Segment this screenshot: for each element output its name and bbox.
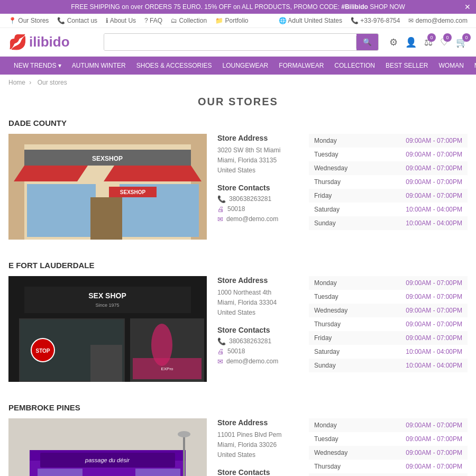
schedule-dade-county: Monday 09:00AM - 07:00PM Tuesday 09:00AM… xyxy=(309,134,468,240)
store-image-placeholder-3: passage du désir xyxy=(8,418,207,476)
phone-number: 📞 +33-976-8754 xyxy=(351,17,400,24)
breadcrumb-current: Our stores xyxy=(38,79,67,86)
svg-marker-3 xyxy=(14,166,88,181)
contacts-label-1: Store Contacts xyxy=(217,184,298,192)
store-section-e-fort-lauderdale: E FORT LAUDERDALE SEX SHOP Since 1975 xyxy=(8,261,468,382)
our-stores-link[interactable]: 📍 Our Stores xyxy=(8,17,49,24)
email-address: ✉ demo@demo.com xyxy=(408,17,468,24)
cart-icon[interactable]: 🛒 0 xyxy=(456,36,468,48)
address-lines-3: 11001 Pines Blvd Pem Miami, Florida 3302… xyxy=(217,430,298,461)
svg-rect-25 xyxy=(90,345,122,382)
top-bar: 📍 Our Stores 📞 Contact us ℹ About Us ? F… xyxy=(0,14,476,28)
top-bar-left: 📍 Our Stores 📞 Contact us ℹ About Us ? F… xyxy=(8,17,249,24)
top-banner: FREE SHIPPING on over ORDERS 75 EURO. 15… xyxy=(0,0,476,14)
schedule-row: Wednesday 09:00AM - 07:00PM xyxy=(309,161,468,175)
store-image-placeholder-1: SEXSHOP SEXSHOP xyxy=(8,134,207,240)
account-icon[interactable]: 👤 xyxy=(405,36,417,48)
logo-text: ilibido xyxy=(29,34,70,50)
svg-text:SEX SHOP: SEX SHOP xyxy=(88,291,126,300)
schedule-row: Friday 09:00AM - 07:00PM xyxy=(309,331,468,345)
email-2: ✉ demo@demo.com xyxy=(217,358,298,365)
fax-icon-2: 🖨 xyxy=(217,347,224,355)
schedule-row: Thursday 09:00AM - 07:00PM xyxy=(309,460,468,473)
svg-rect-34 xyxy=(135,469,180,476)
schedule-row: Wednesday 09:00AM - 07:00PM xyxy=(309,304,468,317)
store-content-e-fort-lauderdale: SEX SHOP Since 1975 STOP xyxy=(8,276,468,382)
nav-shoes-accessories[interactable]: SHOES & ACCESSORIES xyxy=(131,57,217,75)
nav-best-seller[interactable]: BEST SELLER xyxy=(380,57,433,75)
svg-text:EXPro: EXPro xyxy=(161,367,173,371)
store-image-e-fort-lauderdale: SEX SHOP Since 1975 STOP xyxy=(8,276,207,382)
phone-1: 📞 380638263281 xyxy=(217,195,298,203)
breadcrumb: Home › Our stores xyxy=(0,75,476,90)
schedule-row: Thursday 09:00AM - 07:00PM xyxy=(309,317,468,331)
schedule-row: Thursday 09:00AM - 07:00PM xyxy=(309,175,468,189)
phone-2: 📞 380638263281 xyxy=(217,337,298,345)
schedule-row: Saturday 10:00AM - 04:00PM xyxy=(309,345,468,359)
nav-formalwear[interactable]: FORMALWEAR xyxy=(273,57,329,75)
store-name-dade-county: DADE COUNTY xyxy=(8,118,468,127)
settings-icon[interactable]: ⚙ xyxy=(389,36,398,48)
store-section-pembroke-pines: PEMBROKE PINES passage du désir xyxy=(8,403,468,476)
breadcrumb-home[interactable]: Home xyxy=(8,79,25,86)
schedule-e-fort-lauderdale: Monday 09:00AM - 07:00PM Tuesday 09:00AM… xyxy=(309,276,468,382)
store-content-dade-county: SEXSHOP SEXSHOP Store Address 3020 S xyxy=(8,134,468,240)
search-input[interactable] xyxy=(104,34,356,50)
schedule-row: Tuesday 09:00AM - 07:00PM xyxy=(309,432,468,446)
store-content-pembroke-pines: passage du désir Store Address xyxy=(8,418,468,476)
schedule-row: Sunday 10:00AM - 04:00PM xyxy=(309,216,468,230)
compare-badge: 0 xyxy=(427,33,436,42)
breadcrumb-separator: › xyxy=(29,79,33,86)
close-banner-button[interactable]: ✕ xyxy=(464,3,471,11)
compare-icon[interactable]: ⚖ 0 xyxy=(424,36,433,48)
svg-text:passage du désir: passage du désir xyxy=(85,457,130,463)
email-icon-1: ✉ xyxy=(217,215,223,223)
stores-container: OUR STORES DADE COUNTY xyxy=(0,96,476,476)
contacts-label-3: Store Contacts xyxy=(217,468,298,476)
top-bar-right: 🌐 Adult United States 📞 +33-976-8754 ✉ d… xyxy=(279,17,468,24)
store-name-pembroke-pines: PEMBROKE PINES xyxy=(8,403,468,412)
header-icons: ⚙ 👤 ⚖ 0 ♡ 0 🛒 0 xyxy=(389,36,468,48)
schedule-row: Saturday 10:00AM - 04:00PM xyxy=(309,203,468,216)
collection-link[interactable]: 🗂 Collection xyxy=(171,17,207,24)
schedule-row: Sunday 10:00AM - 04:00PM xyxy=(309,359,468,372)
main-nav: NEW TRENDS ▾ AUTUMN WINTER SHOES & ACCES… xyxy=(0,57,476,75)
schedule-row: Tuesday 09:00AM - 07:00PM xyxy=(309,148,468,161)
store-info-dade-county: Store Address 3020 SW 8th St Miami Miami… xyxy=(207,134,309,240)
faq-link[interactable]: ? FAQ xyxy=(144,17,162,24)
banner-text: FREE SHIPPING on over ORDERS 75 EURO. 15… xyxy=(71,3,405,11)
store-info-pembroke-pines: Store Address 11001 Pines Blvd Pem Miami… xyxy=(207,418,309,476)
store-image-placeholder-2: SEX SHOP Since 1975 STOP xyxy=(8,276,207,382)
contact-us-link[interactable]: 📞 Contact us xyxy=(57,17,97,24)
svg-text:STOP: STOP xyxy=(35,348,50,354)
svg-point-36 xyxy=(178,431,190,437)
page-title: OUR STORES xyxy=(8,96,468,108)
search-button[interactable]: 🔍 xyxy=(356,34,378,50)
logo[interactable]: 💋 ilibido xyxy=(8,33,93,51)
nav-man[interactable]: MAN xyxy=(469,57,476,75)
store-info-e-fort-lauderdale: Store Address 1000 Northeast 4th Miami, … xyxy=(207,276,309,382)
address-lines-2: 1000 Northeast 4th Miami, Florida 33304 … xyxy=(217,288,298,318)
store-image-dade-county: SEXSHOP SEXSHOP xyxy=(8,134,207,240)
address-label-1: Store Address xyxy=(217,134,298,142)
nav-woman[interactable]: WOMAN xyxy=(434,57,469,75)
logo-icon: 💋 xyxy=(8,33,27,51)
address-label-2: Store Address xyxy=(217,276,298,285)
cart-badge: 0 xyxy=(462,33,471,42)
schedule-row: Monday 09:00AM - 07:00PM xyxy=(309,276,468,290)
nav-collection[interactable]: COLLECTION xyxy=(329,57,380,75)
about-us-link[interactable]: ℹ About Us xyxy=(106,17,136,24)
wishlist-icon[interactable]: ♡ 0 xyxy=(440,36,448,48)
schedule-pembroke-pines: Monday 09:00AM - 07:00PM Tuesday 09:00AM… xyxy=(309,418,468,476)
fax-icon-1: 🖨 xyxy=(217,205,224,213)
nav-new-trends[interactable]: NEW TRENDS ▾ xyxy=(8,57,67,75)
svg-text:SEXSHOP: SEXSHOP xyxy=(120,189,146,195)
svg-marker-4 xyxy=(104,166,202,181)
nav-autumn-winter[interactable]: AUTUMN WINTER xyxy=(67,57,131,75)
svg-text:Since 1975: Since 1975 xyxy=(95,303,119,308)
region-selector[interactable]: 🌐 Adult United States xyxy=(279,17,342,24)
nav-loungewear[interactable]: LOUNGEWEAR xyxy=(217,57,274,75)
phone-icon-2: 📞 xyxy=(217,337,226,345)
portfolio-link[interactable]: 📁 Portfolio xyxy=(215,17,248,24)
schedule-row: Monday 09:00AM - 07:00PM xyxy=(309,134,468,148)
